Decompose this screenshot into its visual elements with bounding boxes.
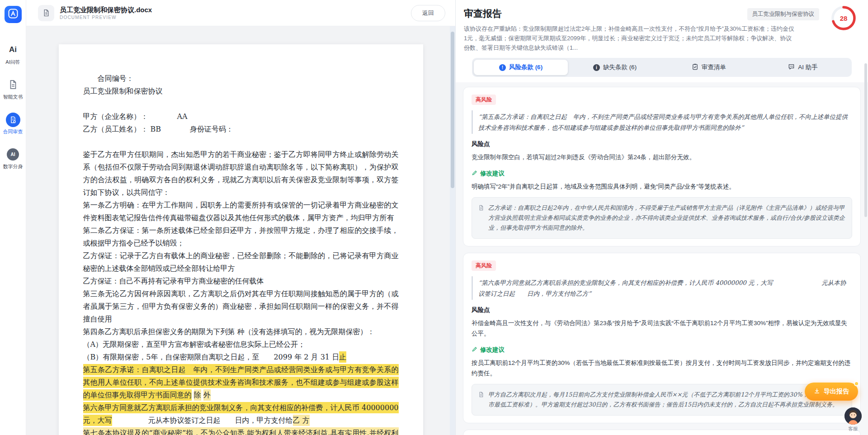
clause-quote: “第五条乙方承诺：自离职之日起 年内，不到生产同类产品或经营同类业务或与甲方有竞… xyxy=(472,110,852,134)
risk-card[interactable]: 高风险“第六条甲方同意就乙方离职后承担的竞业限制义务，向其支付相应的补偿费，计人… xyxy=(463,253,861,423)
warning-icon: ! xyxy=(499,64,506,71)
document-scrollbar xyxy=(450,26,455,435)
pencil-icon xyxy=(472,170,477,177)
sidebar-item-label: 数字分身 xyxy=(3,163,23,170)
document-tag: 员工竞业限制与保密协议 xyxy=(747,8,820,20)
revised-clause-text: 甲方自乙方离职次月起，每月15日前向乙方支付竞业限制补偿金人民币××元（不低于乙… xyxy=(488,390,845,410)
report-tabs: ! 风险条款 (6) i 缺失条款 (6) 审查清单 AI 助手 xyxy=(472,58,852,77)
ai-chat-icon: Ai xyxy=(9,43,17,57)
document-title-block: 员工竞业限制和保密协议.docx DOCUMENT PREVIEW xyxy=(60,6,152,20)
document-subtitle: DOCUMENT PREVIEW xyxy=(60,15,152,20)
report-summary: 该协议存在严重缺陷：竞业限制期限超过法定2年上限；补偿金畸高且一次性支付，不符合… xyxy=(464,24,860,52)
window-scrollbar-thumb[interactable] xyxy=(864,63,867,217)
document-pane: 员工竞业限制和保密协议.docx DOCUMENT PREVIEW 返回 合同编… xyxy=(26,0,455,435)
document-scrollbar-thumb[interactable] xyxy=(451,32,454,188)
digital-avatar-icon: AI xyxy=(7,147,19,161)
tab-label: 风险条款 (6) xyxy=(509,63,542,71)
document-page: 合同编号：员工竞业限制和保密协议甲方（企业名称）： AA乙方（员工姓名）： BB… xyxy=(59,44,423,435)
highlight: 除 xyxy=(194,389,201,401)
risk-card-list: 高风险“第五条乙方承诺：自离职之日起 年内，不到生产同类产品或经营同类业务或与甲… xyxy=(456,82,868,435)
report-header: 审查报告 员工竞业限制与保密协议 28 该协议存在严重缺陷：竞业限制期限超过法定… xyxy=(456,0,868,77)
document-file-icon xyxy=(38,5,54,21)
doc-paragraph: 第五条乙方承诺：自离职之日起 年内，不到生产同类产品或经营同类业务或与甲方有竞争… xyxy=(83,364,399,402)
logo-icon xyxy=(8,8,19,21)
sidebar-item-smart-doc[interactable]: 智能文书 xyxy=(0,78,26,100)
document-title: 员工竞业限制和保密协议.docx xyxy=(60,6,152,14)
suggestion-label: 修改建议 xyxy=(472,170,852,178)
sidebar-item-label: 合同审查 xyxy=(3,128,23,135)
tab-label: 缺失条款 (6) xyxy=(603,63,637,71)
doc-paragraph: 第一条乙方明确：在甲方工作期间，因职务上的需要所持有或保管的一切记录着甲方商业秘… xyxy=(83,199,399,224)
file-icon xyxy=(478,204,484,233)
risk-point-label: 风险点 xyxy=(472,140,852,148)
doc-paragraph: 第三条无论乙方因何种原因离职，乙方离职之后仍对其在甲方任职期间接触知悉的属于甲方… xyxy=(83,288,399,326)
document-scroll-area: 合同编号：员工竞业限制和保密协议甲方（企业名称）： AA乙方（员工姓名）： BB… xyxy=(26,26,455,435)
doc-blank-line xyxy=(83,98,399,110)
suggestion-text: 按员工离职前12个月平均工资的30%（若低于当地最低工资标准则按最低工资）按月支… xyxy=(472,358,852,378)
sidebar-item-label: 智能文书 xyxy=(3,94,23,100)
app-logo xyxy=(5,6,22,23)
risk-score-value: 28 xyxy=(831,5,856,31)
tab-assistant[interactable]: AI 助手 xyxy=(756,60,850,75)
export-report-label: 导出报告 xyxy=(824,388,849,396)
sidebar-item-digital-avatar[interactable]: AI 数字分身 xyxy=(0,147,26,170)
tab-checklist[interactable]: 审查清单 xyxy=(662,60,756,75)
contract-review-icon xyxy=(6,113,20,126)
revised-clause-text: 乙方承诺：自离职之日起2年内，在中华人民共和国境内，不得受雇于生产或销售甲方主营… xyxy=(488,203,845,233)
sidebar-item-label: AI问答 xyxy=(5,59,20,66)
info-icon: i xyxy=(593,64,600,71)
doc-paragraph: 乙方保证：自己不再持有记录有甲方商业秘密的任何载体 xyxy=(83,275,399,288)
file-icon xyxy=(478,391,484,410)
sidebar-item-contract-review[interactable]: 合同审查 xyxy=(0,113,26,135)
export-report-button[interactable]: 导出报告 xyxy=(805,383,858,401)
assistant-icon xyxy=(788,63,795,71)
sidebar-item-ai-chat[interactable]: Ai AI问答 xyxy=(0,43,26,66)
app: { "sidebar": { "items": [ { "icon": "ai-… xyxy=(0,0,868,435)
suggestion-label: 修改建议 xyxy=(472,346,852,354)
highlight: 止 xyxy=(339,351,346,363)
risk-card[interactable]: 高风险“第四条乙方离职后承担保密义务的期限为下列第 种（没有选择填写的，视为无限… xyxy=(463,430,861,435)
risk-score-ring: 28 xyxy=(831,5,856,31)
highlight: 乙 方 xyxy=(293,415,310,426)
risk-card[interactable]: 高风险“第五条乙方承诺：自离职之日起 年内，不到生产同类产品或经营同类业务或与甲… xyxy=(463,87,861,246)
risk-level-badge: 高风险 xyxy=(472,260,496,271)
customer-service-label: 客服 xyxy=(848,426,858,432)
risk-description: 竞业限制年限空白，若填写超过2年则违反《劳动合同法》第24条，超出部分无效。 xyxy=(472,152,852,162)
doc-paragraph: 鉴于乙方在甲方任职期间，杰出知悉甲方的若干商业秘密；鉴于乙方即将同甲方终止或解除… xyxy=(83,148,399,199)
highlight: 第五条乙方承诺：自离职之日起 年内，不到生产同类产品或经营同类业务或与甲方有竞争… xyxy=(83,364,399,401)
doc-paragraph: 第七条本协议提及的“商业秘密”指，不为公众知悉,能为权利人带来经济利益,具有实用… xyxy=(83,427,399,435)
doc-paragraph: 第四条乙方离职后承担保密义务的期限为下列第 种（没有选择填写的，视为无限期保密）… xyxy=(83,326,399,338)
sidebar: Ai AI问答 智能文书 合同审查 AI 数字分身 xyxy=(0,0,26,435)
doc-paragraph: 乙方（员工姓名）： BB 身份证号码： xyxy=(83,123,399,136)
report-pane: 审查报告 员工竞业限制与保密协议 28 该协议存在严重缺陷：竞业限制期限超过法定… xyxy=(455,0,868,435)
risk-level-badge: 高风险 xyxy=(472,95,496,105)
tab-info[interactable]: i 缺失条款 (6) xyxy=(568,60,662,75)
smart-doc-icon xyxy=(8,78,18,91)
customer-service-avatar xyxy=(844,407,862,425)
pencil-icon xyxy=(472,346,477,354)
doc-paragraph: 员工竞业限制和保密协议 xyxy=(83,85,399,98)
doc-paragraph: 第二条乙方保证：第一条所述载体已经全部归还甲方，并按照甲方规定，办理了相应的交接… xyxy=(83,224,399,250)
doc-paragraph: （B）有限期保密，5年，自保密期限自离职之日起，至 2099 年 2 月 31 … xyxy=(83,351,399,364)
doc-blank-line xyxy=(83,136,399,148)
clause-quote: “第六条甲方同意就乙方离职后承担的竞业限制义务，向其支付相应的补偿费，计人民币 … xyxy=(472,276,852,300)
doc-paragraph: 乙方保证：记录于乙方自有载体上的商业秘密，已经全部删除；不能删除的，已将记录有甲… xyxy=(83,250,399,275)
doc-paragraph: （A）无限期保密，直至甲方宣布解密或者秘密信息实际上已经公开； xyxy=(83,338,399,351)
back-button[interactable]: 返回 xyxy=(411,5,445,21)
highlight: 第七条本协议提及的“商业秘密”指，不为公众知悉,能为权利人带来经济利益,具有实用… xyxy=(83,427,399,435)
doc-paragraph: 甲方（企业名称）： AA xyxy=(83,110,399,123)
doc-paragraph: 第六条甲方同意就乙方离职后承担的竞业限制义务，向其支付相应的补偿费，计人民币 4… xyxy=(83,402,399,427)
risk-description: 补偿金畸高且一次性支付，与《劳动合同法》第23条“按月给予”及司法实践“不低于离… xyxy=(472,318,852,339)
doc-paragraph: 合同编号： xyxy=(83,72,399,85)
tab-label: AI 助手 xyxy=(798,63,818,71)
customer-service-widget[interactable]: 客服 xyxy=(844,407,862,432)
download-icon xyxy=(814,388,820,396)
checklist-icon xyxy=(692,63,698,71)
highlight: 外 xyxy=(203,389,211,401)
risk-point-label: 风险点 xyxy=(472,306,852,314)
export-notification-dot xyxy=(854,381,859,386)
revised-clause-box: 乙方承诺：自离职之日起2年内，在中华人民共和国境内，不得受雇于生产或销售甲方主营… xyxy=(472,197,852,239)
revised-clause-box: 甲方自乙方离职次月起，每月15日前向乙方支付竞业限制补偿金人民币××元（不低于乙… xyxy=(472,384,852,416)
tab-warning[interactable]: ! 风险条款 (6) xyxy=(474,60,568,75)
sidebar-nav: Ai AI问答 智能文书 合同审查 AI 数字分身 xyxy=(0,43,26,170)
